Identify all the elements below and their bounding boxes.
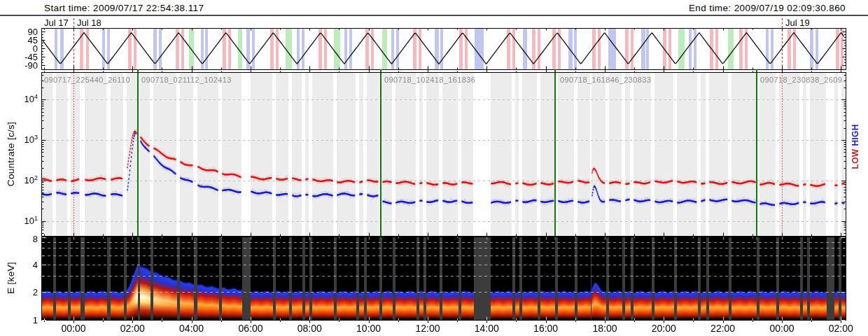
x-tick-label: 00:00 — [769, 323, 794, 334]
countrate-y-tick-label: 101 — [6, 215, 38, 226]
date-label: Jul 17 — [44, 18, 69, 28]
x-tick-label: 22:00 — [710, 323, 735, 334]
x-tick-label: 04:00 — [179, 323, 204, 334]
header-rule — [0, 15, 868, 16]
low-channel-label: LOW — [850, 149, 860, 169]
x-tick-label: 02:00 — [829, 323, 853, 334]
x-tick-label: 12:00 — [415, 323, 440, 334]
countrate-y-tick-label: 104 — [6, 93, 38, 104]
x-tick-label: 18:00 — [592, 323, 617, 334]
x-tick-label: 00:00 — [61, 323, 85, 334]
aspect-y-tick-label: -90 — [6, 60, 38, 71]
spectrogram-panel-canvas — [41, 237, 846, 323]
x-tick-label: 08:00 — [298, 323, 322, 334]
energy-y-tick-label: 8 — [6, 234, 38, 244]
x-tick-label: 14:00 — [475, 323, 499, 334]
date-label: Jul 18 — [77, 18, 102, 28]
start-time-label: Start time: 2009/07/17 22:54:38.117 — [44, 3, 204, 13]
x-tick-label: 10:00 — [356, 323, 381, 334]
end-time-label: End time: 2009/07/19 02:09:30.860 — [689, 3, 846, 13]
energy-axis-title: E [keV] — [6, 262, 16, 294]
date-label: Jul 19 — [785, 18, 810, 28]
energy-y-tick-label: 1 — [6, 315, 38, 326]
countrate-axis-title: Countrate [c/s] — [6, 122, 16, 186]
x-tick-label: 06:00 — [238, 323, 262, 334]
x-tick-label: 20:00 — [652, 323, 676, 334]
pointing-panel-canvas — [41, 17, 846, 70]
countrate-panel-canvas — [41, 69, 846, 237]
high-channel-label: HIGH — [850, 124, 860, 146]
x-tick-label: 02:00 — [120, 323, 145, 334]
quicklook-figure: Start time: 2009/07/17 22:54:38.117 End … — [0, 0, 868, 336]
x-tick-label: 16:00 — [533, 323, 558, 334]
